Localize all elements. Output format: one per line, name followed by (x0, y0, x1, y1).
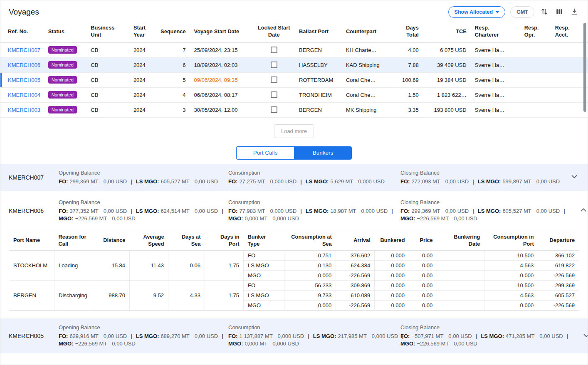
col-days-total[interactable]: Days Total (395, 22, 423, 42)
expand-chevron-button[interactable] (568, 170, 581, 184)
arrival-cell: 624.384 (336, 261, 375, 271)
port-col-bunkering-date: Bunkering Date (437, 230, 484, 251)
status-cell: Nominated (44, 102, 87, 117)
voyage-start-date-cell: 25/09/2024, 23:15 (190, 42, 253, 57)
fuel-balance-item: FO:77,983 MT0,000 USD (228, 208, 296, 214)
voyages-table-body: KMERCH007NominatedCB2024725/09/2024, 23:… (0, 42, 588, 117)
separator: | (308, 333, 309, 339)
reason-for-call-cell: Loading (54, 251, 95, 281)
start-year-cell: 2024 (129, 72, 154, 87)
status-badge: Nominated (48, 61, 77, 69)
separator: | (567, 333, 568, 339)
consumption-in-port-cell: 4.563 (484, 291, 538, 301)
voyage-ref-link[interactable]: KMERCH006 (8, 62, 40, 68)
sort-button[interactable] (539, 7, 549, 18)
voyage-ref-link[interactable]: KMERCH003 (8, 107, 40, 113)
departure-cell: -226.569 (538, 271, 579, 281)
locked-start-date-cell (253, 102, 295, 117)
port-col-arrival: Arrival (336, 230, 375, 251)
counterpart-cell: MK Shipping (342, 102, 395, 117)
expand-chevron-button[interactable] (580, 329, 588, 343)
col-resp-opr[interactable]: Resp. Opr. (520, 22, 551, 42)
fuel-balance-item: FO:629,916 MT0,00 USD (59, 333, 127, 339)
download-button[interactable] (569, 7, 579, 18)
voyage-row-kmerch004[interactable]: KMERCH004NominatedCB2024406/06/2024, 08:… (0, 87, 588, 102)
locked-start-date-cell (253, 72, 295, 87)
voyage-row-kmerch005[interactable]: KMERCH005NominatedCB2024509/06/2024, 09:… (0, 72, 588, 87)
col-start-year[interactable]: Start Year (129, 22, 154, 42)
opening-balance-group: Opening BalanceFO:377,352 MT0,00 USD|LS … (59, 199, 228, 222)
locked-start-date-checkbox[interactable] (271, 47, 277, 53)
col-ballast-port[interactable]: Ballast Port (295, 22, 342, 42)
days-total-cell: 4.00 (395, 42, 423, 57)
start-year-cell: 2024 (129, 102, 154, 117)
sequence-cell: 7 (154, 42, 190, 57)
locked-start-date-checkbox[interactable] (271, 62, 277, 68)
bunkered-cell: 0.000 (375, 301, 409, 311)
locked-start-date-checkbox[interactable] (271, 76, 277, 83)
bunker-summary-row[interactable]: KMERCH005Opening BalanceFO:629,916 MT0,0… (0, 318, 588, 353)
ref-cell: KMERCH005 (0, 72, 44, 87)
separator: | (131, 178, 132, 185)
bunker-summary-row[interactable]: KMERCH007Opening BalanceFO:299,369 MT0,0… (0, 164, 588, 191)
ballast-port-cell: BERGEN (295, 102, 342, 117)
tce-cell: 19 384 USD (423, 72, 471, 87)
fuel-balance-item: MGO:−226,569 MT0,00 USD (59, 215, 136, 222)
col-resp-charterer[interactable]: Resp. Charterer (471, 22, 520, 42)
voyage-row-kmerch006[interactable]: KMERCH006NominatedCB2024618/09/2024, 02:… (0, 57, 588, 72)
separator: | (222, 333, 223, 339)
scrollbar-thumb[interactable] (583, 23, 586, 112)
col-counterpart[interactable]: Counterpart (342, 22, 395, 42)
status-cell: Nominated (44, 42, 87, 57)
port-col-average-speed: Average Speed (129, 230, 168, 251)
load-more-row: Load more (0, 118, 588, 144)
bunker-summary-row[interactable]: KMERCH006Opening BalanceFO:377,352 MT0,0… (0, 193, 588, 228)
bunker-type-cell: FO (243, 251, 284, 261)
voyage-ref-link[interactable]: KMERCH004 (8, 92, 40, 98)
show-allocated-button[interactable]: Show Allocated (448, 6, 506, 18)
locked-start-date-cell (253, 57, 295, 72)
page-title: Voyages (9, 7, 39, 17)
col-business-unit[interactable]: Business Unit (86, 22, 129, 42)
arrival-cell: -226.569 (336, 301, 375, 311)
col-status[interactable]: Status (44, 22, 87, 42)
col-locked-start-date[interactable]: Locked Start Date (253, 22, 295, 42)
voyage-row-kmerch007[interactable]: KMERCH007NominatedCB2024725/09/2024, 23:… (0, 42, 588, 57)
fuel-balance-item: MGO:−226,569 MT0,00 USD (400, 215, 477, 222)
consumption-at-sea-cell: 56.233 (284, 281, 336, 291)
col-tce[interactable]: TCE (423, 22, 471, 42)
tab-bunkers[interactable]: Bunkers (294, 146, 352, 160)
voyage-ref-link[interactable]: KMERCH005 (8, 77, 40, 83)
consumption-in-port-cell: 10.500 (484, 281, 538, 291)
collapse-chevron-button[interactable] (577, 204, 588, 217)
voyage-name: KMERCH007 (9, 174, 59, 181)
table-scrollbar[interactable] (583, 23, 586, 117)
col-sequence[interactable]: Sequence (154, 22, 190, 42)
resp-opr-cell (520, 72, 551, 87)
port-name-cell: BERGEN (9, 281, 54, 311)
status-cell: Nominated (44, 87, 87, 102)
consumption-at-sea-cell: 0.751 (284, 251, 336, 261)
load-more-button[interactable]: Load more (274, 124, 314, 138)
resp-charterer-cell: Sverre Ha… (471, 102, 520, 117)
bunkering-date-cell (437, 301, 484, 311)
col-ref-no[interactable]: Ref. No. (0, 22, 44, 42)
days-in-port-cell: 1.75 (205, 251, 243, 281)
locked-start-date-checkbox[interactable] (271, 106, 277, 113)
days-total-cell: 3.35 (395, 102, 423, 117)
separator: | (476, 333, 477, 339)
gmt-button[interactable]: GMT (510, 6, 534, 18)
col-voyage-start-date[interactable]: Voyage Start Date (190, 22, 253, 42)
voyage-row-kmerch003[interactable]: KMERCH003NominatedCB2024330/05/2024, 12:… (0, 102, 588, 117)
locked-start-date-checkbox[interactable] (271, 91, 277, 98)
bunker-type-cell: LS MGO (243, 291, 284, 301)
tab-port-calls[interactable]: Port Calls (236, 146, 294, 160)
price-cell: 0.00 (409, 301, 437, 311)
start-year-cell: 2024 (129, 87, 154, 102)
columns-button[interactable] (554, 7, 564, 18)
col-resp-acct[interactable]: Resp. Acct. (551, 22, 588, 42)
resp-acct-cell (551, 57, 588, 72)
voyage-ref-link[interactable]: KMERCH007 (8, 47, 40, 53)
voyages-page: Voyages Show Allocated GMT (0, 0, 588, 353)
status-badge: Nominated (48, 106, 77, 113)
